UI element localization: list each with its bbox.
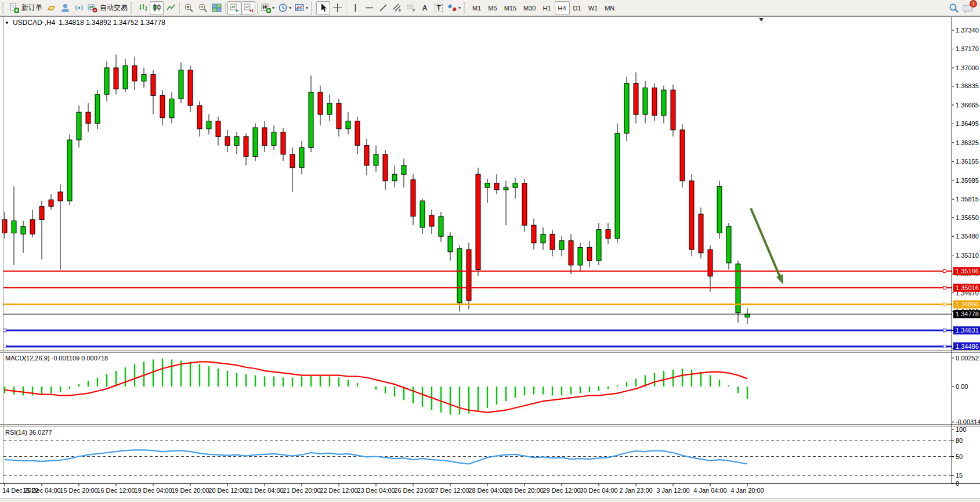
signals-button[interactable] (72, 1, 86, 15)
new-chart-icon (261, 3, 271, 13)
crosshair-icon (332, 3, 342, 13)
rsi-indicator-label: RSI(14) 36.0277 (5, 429, 52, 436)
svg-text:1.34631: 1.34631 (956, 327, 979, 334)
toolbar-grip[interactable] (2, 2, 5, 14)
zoom-out-button[interactable] (196, 1, 209, 15)
new-chart-button[interactable]: ▾ (259, 1, 276, 15)
period-clock-icon (278, 3, 288, 13)
line-chart-button[interactable] (164, 1, 178, 15)
svg-text:1.36325: 1.36325 (956, 139, 979, 146)
tab-timeframe-m5[interactable]: M5 (484, 1, 500, 15)
chevron-down-icon: ▾ (289, 5, 291, 10)
macd-main-value: -0.001109 (51, 355, 79, 362)
new-order-label: 新订单 (21, 3, 42, 13)
chevron-down-icon: ▾ (458, 5, 461, 10)
rsi-name: RSI(14) (5, 429, 27, 436)
text-label-button[interactable]: T (432, 1, 446, 15)
fibonacci-button[interactable]: F (404, 1, 418, 15)
svg-text:21 Dec 04:00: 21 Dec 04:00 (245, 487, 283, 494)
svg-text:1.35016: 1.35016 (956, 284, 979, 291)
autotrading-button[interactable]: 自动交易 (86, 1, 129, 15)
svg-text:16 Dec 12:00: 16 Dec 12:00 (97, 487, 135, 494)
signals-icon (74, 3, 84, 13)
toolbar-grip[interactable] (131, 2, 133, 14)
tab-timeframe-m15[interactable]: M15 (501, 1, 520, 15)
tab-timeframe-m30[interactable]: M30 (520, 1, 539, 15)
svg-text:4 Jan 20:00: 4 Jan 20:00 (731, 487, 764, 494)
gold-icon (46, 3, 56, 13)
chart-shift-button[interactable] (241, 1, 255, 15)
svg-text:27 Dec 12:00: 27 Dec 12:00 (431, 487, 469, 494)
svg-text:4 Jan 04:00: 4 Jan 04:00 (693, 487, 727, 494)
text-button[interactable]: A (418, 1, 432, 15)
symbol-period-label: USDCAD-,H4 (13, 19, 55, 27)
autotrading-label: 自动交易 (100, 3, 128, 13)
svg-text:1.35650: 1.35650 (956, 214, 979, 221)
fibonacci-icon: F (406, 3, 416, 13)
ohlc-open: 1.34818 (59, 19, 84, 27)
toolbar: 新订单 自动交易 (0, 0, 980, 16)
tab-timeframe-h4[interactable]: H4 (555, 1, 570, 15)
svg-text:1.37340: 1.37340 (956, 27, 979, 34)
svg-text:1.35310: 1.35310 (956, 252, 979, 259)
horizontal-line-icon (364, 3, 374, 13)
svg-text:100: 100 (956, 426, 966, 433)
svg-text:1.34778: 1.34778 (956, 310, 979, 317)
search-button[interactable] (947, 1, 961, 15)
chevron-down-icon: ▾ (272, 5, 274, 10)
horizontal-line-button[interactable] (362, 1, 376, 15)
zoom-in-button[interactable] (182, 1, 196, 15)
auto-scroll-button[interactable] (227, 1, 241, 15)
bar-chart-button[interactable] (136, 1, 150, 15)
candlestick-chart-button[interactable] (150, 1, 164, 15)
equidistant-channel-button[interactable]: E (390, 1, 404, 15)
one-click-trading-icon[interactable]: ▼ (5, 20, 9, 26)
text-icon: A (422, 4, 428, 12)
templates-button[interactable]: ▾ (293, 1, 310, 15)
period-button[interactable]: ▾ (276, 1, 293, 15)
toolbar-grip[interactable] (464, 2, 467, 14)
svg-text:19 Dec 20:00: 19 Dec 20:00 (171, 487, 209, 494)
gold-button[interactable] (44, 1, 58, 15)
svg-text:1.34486: 1.34486 (956, 343, 979, 350)
svg-text:1.34866: 1.34866 (956, 301, 979, 308)
auto-scroll-icon (230, 3, 240, 13)
cursor-button[interactable] (316, 1, 330, 15)
tab-timeframe-m1[interactable]: M1 (469, 1, 484, 15)
tile-windows-button[interactable] (209, 1, 223, 15)
svg-text:F: F (413, 9, 415, 13)
chart-shift-icon (244, 3, 254, 13)
tab-timeframe-w1[interactable]: W1 (585, 1, 602, 15)
svg-text:1.35985: 1.35985 (956, 177, 979, 184)
new-order-icon (9, 3, 19, 13)
macd-signal-value: 0.000718 (81, 355, 108, 362)
svg-text:29 Dec 12:00: 29 Dec 12:00 (543, 487, 580, 494)
new-order-button[interactable]: 新订单 (8, 1, 44, 15)
svg-text:26 Dec 23:00: 26 Dec 23:00 (394, 487, 432, 494)
vertical-line-icon (350, 3, 360, 13)
toolbar-grip[interactable] (311, 2, 314, 14)
svg-text:E: E (399, 9, 402, 13)
trendline-button[interactable] (376, 1, 390, 15)
price-chart-canvas[interactable]: 1.373401.371701.370001.368351.366651.364… (0, 16, 980, 498)
chat-button[interactable]: 1 (961, 1, 975, 15)
tab-timeframe-mn[interactable]: MN (601, 1, 618, 15)
zoom-out-icon (198, 3, 208, 13)
tab-timeframe-d1[interactable]: D1 (570, 1, 585, 15)
arrows-button[interactable]: ▾ (446, 1, 462, 15)
autotrading-icon (88, 3, 97, 13)
tab-timeframe-h1[interactable]: H1 (539, 1, 554, 15)
svg-text:28 Dec 04:00: 28 Dec 04:00 (468, 487, 506, 494)
ohlc-close: 1.34778 (140, 19, 165, 27)
candlestick-icon (152, 3, 162, 13)
svg-text:80: 80 (956, 437, 963, 444)
toolbar-separator (225, 2, 226, 14)
svg-text:28 Dec 20:00: 28 Dec 20:00 (505, 487, 543, 494)
community-button[interactable] (58, 1, 72, 15)
svg-text:-0.003149: -0.003149 (956, 418, 980, 425)
cursor-icon (319, 3, 328, 13)
svg-text:23 Dec 04:00: 23 Dec 04:00 (357, 487, 395, 494)
text-label-icon: T (435, 4, 442, 12)
vertical-line-button[interactable] (348, 1, 362, 15)
crosshair-button[interactable] (330, 1, 344, 15)
